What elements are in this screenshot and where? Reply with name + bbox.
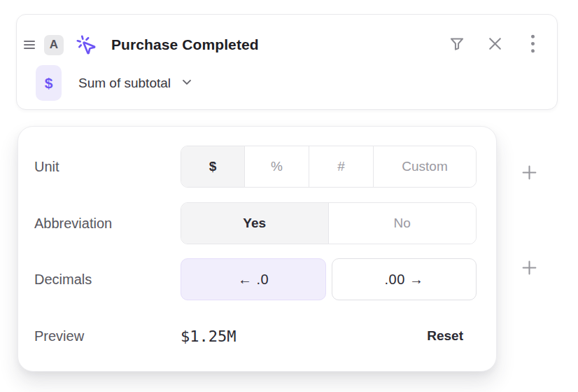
unit-segmented-control: $ % # Custom [181,146,477,188]
plus-icon [521,164,538,183]
chevron-down-icon [180,75,194,92]
abbreviation-option-no[interactable]: No [329,203,477,244]
close-icon [486,35,504,55]
add-event-button-bottom[interactable] [521,260,538,277]
abbreviation-segmented-control: Yes No [181,202,477,244]
decrease-decimals-button[interactable]: ← .0 [181,258,326,300]
event-order-label: A [50,38,58,52]
drag-handle-icon[interactable] [24,41,35,49]
plus-icon [521,259,538,279]
unit-option-percent[interactable]: % [245,146,309,187]
abbreviation-label: Abbreviation [34,202,112,244]
more-options-button[interactable] [524,35,541,55]
close-button[interactable] [486,35,503,55]
unit-option-dollar[interactable]: $ [181,146,245,187]
decimals-label: Decimals [34,258,92,300]
event-order-badge: A [44,35,64,55]
event-card: A Purchase Completed [16,14,558,110]
preview-value: $1.25M [181,323,236,349]
number-format-panel: Unit $ % # Custom Abbreviation Yes No De… [17,126,497,372]
reset-button[interactable]: Reset [427,323,463,349]
preview-label: Preview [34,323,84,349]
event-card-header: A Purchase Completed [23,33,541,57]
filter-button[interactable] [449,35,465,55]
metric-selector[interactable]: Sum of subtotal [78,75,194,92]
abbreviation-option-yes[interactable]: Yes [181,203,329,244]
metric-row: $ Sum of subtotal [36,65,194,101]
increase-decimals-button[interactable]: .00 → [332,258,477,300]
event-header-actions [449,35,541,55]
add-event-button-top[interactable] [521,164,538,182]
unit-label: Unit [34,146,59,188]
dollar-icon: $ [36,65,62,101]
event-title[interactable]: Purchase Completed [111,36,259,53]
metric-label: Sum of subtotal [78,76,171,91]
filter-icon [448,35,466,55]
unit-option-custom[interactable]: Custom [374,146,476,187]
mouse-pointer-click-icon [76,34,97,56]
unit-option-number[interactable]: # [309,146,374,187]
kebab-menu-icon [524,34,542,56]
